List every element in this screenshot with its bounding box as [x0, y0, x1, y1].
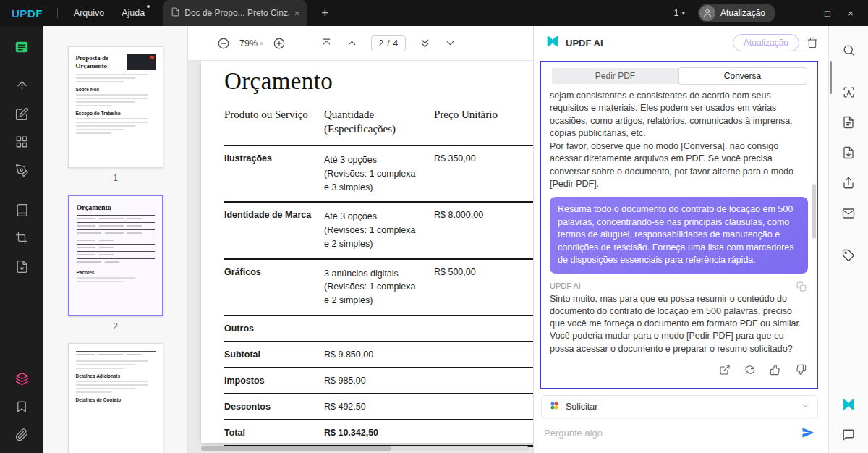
chat-selection-region[interactable]: Pedir PDF Conversa sejam consistentes e … — [540, 61, 818, 389]
email-icon[interactable] — [838, 204, 859, 223]
assistant-message: Sinto muito, mas para que eu possa resum… — [550, 293, 808, 355]
minimize-button[interactable]: — — [793, 8, 816, 19]
updf-ai-shortcut-icon[interactable] — [838, 395, 859, 414]
previous-page-icon[interactable] — [341, 33, 363, 54]
thumbnail-page-3[interactable]: Detalhes Adicionais Detalhes de Contato — [68, 343, 163, 453]
column-header: Produto ou Serviço — [224, 108, 324, 136]
ai-upgrade-button[interactable]: Atualização — [733, 34, 799, 51]
sign-tool-icon[interactable] — [11, 161, 33, 179]
item-price: R$ 500,00 — [434, 267, 514, 308]
next-page-icon[interactable] — [414, 33, 435, 54]
copy-icon[interactable] — [795, 280, 808, 293]
chevron-down-icon: ▾ — [260, 40, 263, 47]
chat-input[interactable] — [542, 427, 793, 439]
item-name: Identidade de Marca — [224, 210, 324, 250]
item-name: Outros — [224, 323, 324, 334]
assistant-label-row: UPDF AI — [550, 280, 808, 293]
updf-app: UPDF Arquivo Ajuda Doc de Propo... Preto… — [0, 0, 868, 453]
page-indicator[interactable]: 2 / 4 — [371, 35, 407, 51]
document-tab[interactable]: Doc de Propo... Preto Cinza × — [163, 0, 307, 26]
ai-panel: UPDF AI Atualização Pedir PDF Conversa s… — [533, 26, 828, 453]
thumb1-heading: Sobre Nós — [76, 87, 156, 92]
chevron-down-icon — [801, 401, 810, 412]
reader-mode-icon[interactable] — [11, 38, 33, 56]
window-controls: — □ × — [793, 8, 862, 19]
summary-value: R$ 9.850,00 — [324, 350, 434, 360]
send-icon[interactable] — [799, 424, 817, 441]
annotate-tool-icon[interactable] — [11, 104, 33, 123]
zoom-level-dropdown[interactable]: 79% ▾ — [239, 38, 263, 48]
upgrade-account-button[interactable]: Atualização — [698, 4, 775, 22]
thumb1-title: Proposta de Orçamento — [76, 54, 121, 71]
thumbs-up-icon[interactable] — [768, 363, 783, 377]
open-external-icon[interactable] — [718, 363, 732, 377]
regenerate-icon[interactable] — [743, 363, 757, 377]
thumb1-heading: Escopo do Trabalho — [76, 111, 156, 116]
document-title: Orçamento — [224, 68, 533, 95]
maximize-button[interactable]: □ — [816, 8, 839, 19]
thumb1-page-number: 1 — [113, 173, 118, 183]
ocr-icon[interactable] — [838, 82, 859, 101]
window-count-dropdown[interactable]: 1 ▾ — [673, 8, 684, 18]
message-actions — [550, 363, 808, 377]
export-tool-icon[interactable] — [11, 257, 33, 276]
summary-label: Impostos — [224, 376, 324, 386]
summary-label: Total — [224, 428, 324, 438]
crop-tool-icon[interactable] — [11, 229, 33, 247]
menu-arquivo[interactable]: Arquivo — [65, 8, 113, 18]
thumb3-heading: Detalhes de Contato — [76, 397, 156, 402]
zoom-out-icon[interactable] — [213, 33, 234, 54]
tab-title: Doc de Propo... Preto Cinza — [184, 8, 288, 18]
go-last-page-icon[interactable] — [439, 33, 461, 54]
document-area: 79% ▾ 2 / 4 — [188, 26, 533, 453]
menu-ajuda[interactable]: Ajuda — [113, 8, 153, 18]
select-tool-icon[interactable] — [11, 76, 33, 95]
trash-icon[interactable] — [805, 35, 820, 50]
ai-panel-title: UPDF AI — [566, 38, 603, 48]
menu-ajuda-label: Ajuda — [122, 8, 145, 18]
thumbnail-page-1[interactable]: Proposta de Orçamento Sobre Nós Escopo d… — [68, 46, 163, 168]
item-price: R$ 8.000,00 — [434, 210, 514, 250]
bookmark-icon[interactable] — [11, 397, 33, 416]
export-doc-icon[interactable] — [838, 143, 859, 162]
attachment-icon[interactable] — [11, 426, 33, 444]
thumb1-image-block — [127, 54, 156, 70]
close-button[interactable]: × — [839, 8, 862, 19]
item-spec: Até 3 opções (Revisões: 1 complexa e 3 s… — [324, 153, 434, 194]
thumbs-down-icon[interactable] — [793, 363, 808, 377]
tab-pedir-pdf[interactable]: Pedir PDF — [552, 68, 679, 84]
summary-row: Subtotal R$ 9.850,00 — [224, 341, 533, 367]
tab-close-icon[interactable]: × — [294, 8, 300, 19]
tab-conversa[interactable]: Conversa — [679, 68, 807, 84]
thumbnail-page-2[interactable]: Orçamento Pacotes — [68, 195, 163, 316]
stamp-icon[interactable] — [838, 246, 859, 265]
avatar — [699, 5, 715, 21]
new-tab-button[interactable]: + — [315, 6, 334, 20]
table-row: Ilustrações Até 3 opções (Revisões: 1 co… — [224, 145, 533, 201]
item-name: Gráficos — [224, 267, 324, 308]
page-tools-icon[interactable] — [11, 200, 33, 219]
table-header-row: Produto ou Serviço Quantidade (Especific… — [224, 105, 533, 145]
organize-pages-icon[interactable] — [11, 132, 33, 151]
go-first-page-icon[interactable] — [316, 33, 338, 54]
thumb1-header: Proposta de Orçamento — [76, 54, 156, 71]
thumb3-heading: Detalhes Adicionais — [76, 373, 156, 378]
titlebar-divider — [57, 8, 58, 18]
solicitar-dropdown[interactable]: Solicitar — [541, 395, 818, 418]
annotate-doc-icon[interactable] — [838, 113, 859, 132]
feedback-comment-icon[interactable] — [838, 426, 859, 444]
titlebar: UPDF Arquivo Ajuda Doc de Propo... Preto… — [0, 0, 868, 26]
layers-icon[interactable] — [11, 369, 33, 388]
tab-doc-icon — [171, 7, 180, 20]
ai-mode-tabs: Pedir PDF Conversa — [552, 68, 807, 84]
zoom-in-icon[interactable] — [268, 33, 290, 54]
right-sidebar-scrollbar[interactable] — [830, 61, 832, 94]
share-icon[interactable] — [838, 174, 859, 192]
summary-value: R$ 10.342,50 — [324, 428, 434, 438]
chat-composer: Solicitar — [534, 389, 828, 453]
document-canvas[interactable]: Orçamento Produto ou Serviço Quantidade … — [188, 61, 533, 453]
horizontal-scrollbar[interactable] — [201, 446, 529, 451]
chat-scrollbar[interactable] — [812, 184, 816, 239]
search-icon[interactable] — [838, 41, 859, 59]
scrollbar-thumb[interactable] — [201, 446, 391, 451]
